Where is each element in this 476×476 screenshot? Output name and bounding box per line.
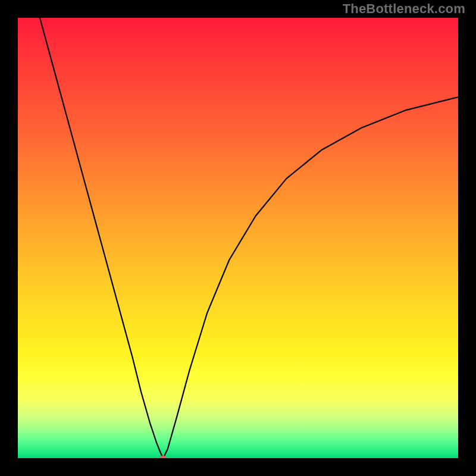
chart-frame: TheBottleneck.com — [0, 0, 476, 476]
curve-right-branch — [163, 97, 458, 458]
curve-layer — [18, 18, 458, 458]
plot-area — [18, 18, 458, 458]
watermark-text: TheBottleneck.com — [343, 1, 465, 17]
min-marker — [159, 456, 167, 459]
curve-left-branch — [40, 18, 163, 458]
